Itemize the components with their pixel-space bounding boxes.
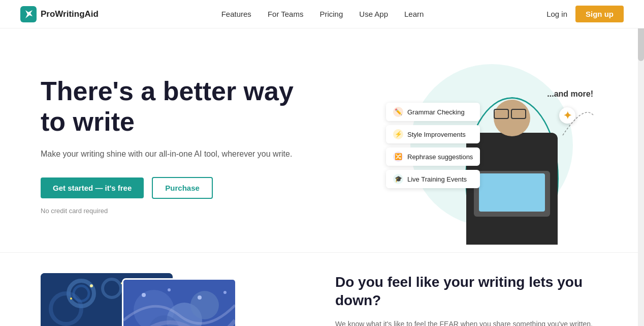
chip-grammar-label: Grammar Checking	[407, 108, 465, 116]
nav-links: Features For Teams Pricing Use App Learn	[221, 10, 424, 18]
chip-rephrase: 🔀 Rephrase suggestions	[386, 147, 480, 166]
chip-grammar: ✏️ Grammar Checking	[386, 103, 480, 121]
lower-title: Do you feel like your writing lets you d…	[335, 273, 603, 310]
svg-point-22	[198, 295, 202, 300]
svg-point-5	[90, 284, 93, 287]
brand-name: ProWritingAid	[41, 9, 99, 19]
purchase-button[interactable]: Purchase	[152, 177, 213, 199]
hero-right: ✦ ...and more! ✏️ Grammar Checking ⚡ Sty…	[305, 59, 603, 232]
rephrase-icon: 🔀	[393, 152, 403, 162]
svg-point-21	[168, 288, 171, 291]
lower-right: Do you feel like your writing lets you d…	[335, 273, 603, 326]
feature-chips: ✏️ Grammar Checking ⚡ Style Improvements…	[386, 103, 480, 188]
logo-svg	[23, 9, 34, 19]
plus-icon: ✦	[559, 107, 575, 124]
style-icon: ⚡	[393, 129, 403, 139]
chip-rephrase-label: Rephrase suggestions	[407, 153, 473, 161]
logo-icon	[20, 6, 37, 22]
lower-left: My idea in my head	[41, 273, 305, 326]
nav-link-use-app[interactable]: Use App	[359, 10, 388, 18]
get-started-label: Get started	[53, 184, 93, 192]
laptop-screen	[479, 173, 545, 212]
get-started-sublabel: — it's free	[95, 184, 132, 192]
chip-style-label: Style Improvements	[407, 131, 466, 138]
lower-text: We know what it's like to feel the FEAR …	[335, 318, 603, 326]
brand-logo-link[interactable]: ProWritingAid	[20, 6, 99, 22]
svg-point-19	[190, 291, 219, 319]
nav-link-pricing[interactable]: Pricing	[319, 10, 343, 18]
hero-left: There's a better way to write Make your …	[41, 76, 305, 214]
svg-point-9	[70, 298, 72, 300]
svg-point-20	[142, 293, 146, 297]
lower-section: My idea in my head Do you feel like your…	[0, 252, 644, 326]
get-started-button[interactable]: Get started — it's free	[41, 177, 144, 198]
chip-training: 🎓 Live Training Events	[386, 170, 480, 188]
and-more-label: ...and more!	[547, 90, 593, 99]
person-glasses	[494, 109, 530, 119]
nav-link-learn[interactable]: Learn	[404, 10, 424, 18]
hero-title: There's a better way to write	[41, 76, 305, 137]
navbar: ProWritingAid Features For Teams Pricing…	[0, 0, 644, 28]
painting-fg-svg	[123, 280, 235, 326]
painting-stack: My idea in my head	[41, 273, 305, 326]
hero-buttons: Get started — it's free Purchase	[41, 177, 305, 199]
hero-subtitle: Make your writing shine with our all-in-…	[41, 147, 305, 161]
login-link[interactable]: Log in	[546, 10, 567, 18]
no-credit-text: No credit card required	[41, 207, 305, 215]
nav-link-features[interactable]: Features	[221, 10, 251, 18]
training-icon: 🎓	[393, 174, 403, 184]
hero-section: There's a better way to write Make your …	[0, 28, 644, 252]
grammar-icon: ✏️	[393, 107, 403, 117]
painting-fg	[122, 278, 234, 326]
nav-link-for-teams[interactable]: For Teams	[268, 10, 304, 18]
nav-actions: Log in Sign up	[546, 6, 624, 22]
chip-training-label: Live Training Events	[407, 175, 467, 183]
signup-button[interactable]: Sign up	[575, 6, 624, 22]
chip-style: ⚡ Style Improvements	[386, 125, 480, 143]
person-laptop	[474, 171, 550, 217]
svg-point-23	[223, 291, 227, 294]
